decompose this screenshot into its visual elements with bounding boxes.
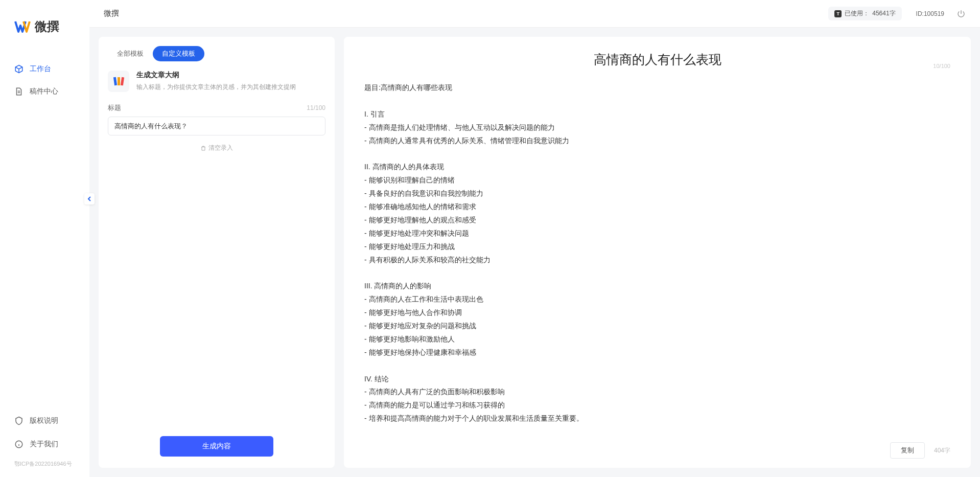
template-books-icon [108,71,129,92]
clear-input-button[interactable]: 清空录入 [200,144,233,152]
title-field-label: 标题 [108,103,121,112]
svg-rect-2 [118,77,120,85]
tab-custom-templates[interactable]: 自定义模板 [153,46,204,61]
usage-prefix: 已使用： [845,9,869,18]
nav-item-label: 版权说明 [30,416,58,425]
title-field-section: 标题 11/100 [99,103,335,135]
svg-rect-1 [113,77,117,86]
logo-icon [14,18,31,35]
info-icon [14,440,24,449]
logo[interactable]: 微撰 [0,18,89,59]
output-title: 高情商的人有什么表现 [364,51,950,68]
output-body: 题目:高情商的人有哪些表现 I. 引言 - 高情商是指人们处理情绪、与他人互动以… [344,72,971,437]
template-card: 生成文章大纲 输入标题，为你提供文章主体的灵感，并为其创建推文提纲 [99,71,335,103]
sidebar-bottom: 版权说明 关于我们 [0,411,89,458]
nav: 工作台 稿件中心 [0,59,89,411]
nav-item-label: 稿件中心 [30,87,58,96]
nav-item-label: 关于我们 [30,440,58,449]
svg-rect-3 [121,77,124,86]
title-field-count: 11/100 [307,104,325,111]
chevron-left-icon [87,196,92,201]
copy-button[interactable]: 复制 [890,442,925,459]
nav-item-copyright[interactable]: 版权说明 [7,411,82,430]
nav-item-workspace[interactable]: 工作台 [7,59,82,79]
generate-button[interactable]: 生成内容 [160,436,273,457]
word-count: 404字 [934,446,950,455]
collapse-handle[interactable] [84,193,95,205]
topbar: 微撰 T 已使用：45641字 ID:100519 [89,0,980,28]
nav-item-about[interactable]: 关于我们 [7,435,82,454]
logo-text: 微撰 [35,18,59,35]
topbar-title: 微撰 [104,9,119,18]
content: 全部模板 自定义模板 生成文章大纲 输入标题，为你提供文章主体的灵感，并为其创建… [89,28,980,477]
right-panel: 高情商的人有什么表现 10/100 题目:高情商的人有哪些表现 I. 引言 - … [344,37,971,468]
power-icon[interactable] [956,9,966,18]
sidebar: 微撰 工作台 稿件中心 版权说明 关于我们 鄂ICP备2022016946号 [0,0,89,477]
user-id: ID:100519 [916,10,944,17]
trash-icon [200,145,206,151]
usage-badge[interactable]: T 已使用：45641字 [828,7,901,20]
clear-label: 清空录入 [208,144,233,152]
nav-item-drafts[interactable]: 稿件中心 [7,82,82,101]
tab-row: 全部模板 自定义模板 [99,46,335,71]
main: 微撰 T 已使用：45641字 ID:100519 全部模板 自定义模板 [89,0,980,477]
nav-item-label: 工作台 [30,64,51,74]
cube-icon [14,64,24,74]
template-desc: 输入标题，为你提供文章主体的灵感，并为其创建推文提纲 [136,83,325,92]
tab-all-templates[interactable]: 全部模板 [108,46,153,61]
usage-value: 45641字 [872,9,895,18]
icp-text: 鄂ICP备2022016946号 [0,458,89,468]
left-panel: 全部模板 自定义模板 生成文章大纲 输入标题，为你提供文章主体的灵感，并为其创建… [99,37,335,468]
title-input[interactable] [108,117,325,135]
usage-badge-icon: T [834,10,842,17]
shield-icon [14,416,24,425]
template-title: 生成文章大纲 [136,71,325,80]
output-title-count: 10/100 [933,63,950,69]
doc-icon [14,87,24,96]
